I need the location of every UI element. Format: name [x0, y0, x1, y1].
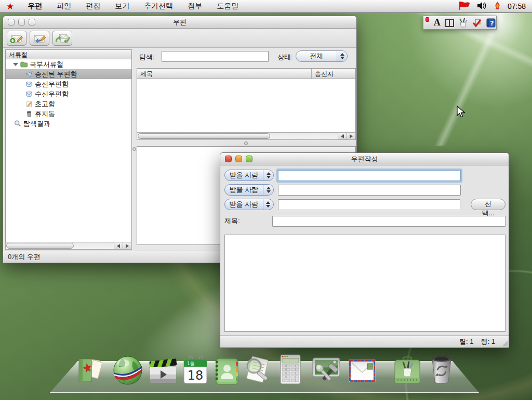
- pen-cup-icon[interactable]: [458, 18, 468, 28]
- sidebar-horizontal-scrollbar[interactable]: [5, 242, 132, 250]
- menu-bar: ★ 우편 파일 편집 보기 추가선택 첨부 도움말 07:58: [0, 0, 532, 13]
- scrollbar-thumb[interactable]: [6, 243, 74, 249]
- subject-input[interactable]: [272, 216, 506, 227]
- recipient-input-3[interactable]: [278, 199, 460, 210]
- compose-mail-icon: [9, 33, 24, 44]
- help-book-icon[interactable]: ?: [486, 18, 496, 28]
- sidebar-splitter-handle[interactable]: [132, 147, 136, 151]
- minimize-button[interactable]: [235, 156, 242, 162]
- recipient-type-dropdown-2[interactable]: 받을 사람: [224, 184, 274, 196]
- compose-titlebar[interactable]: 우편작성: [220, 153, 509, 165]
- tree-item-local-folders[interactable]: 국부서류철: [6, 59, 131, 69]
- menu-help[interactable]: 도움말: [209, 2, 246, 11]
- volume-icon[interactable]: [477, 2, 487, 11]
- dock-item-file-manager[interactable]: [74, 355, 108, 400]
- list-horizontal-scrollbar[interactable]: [137, 132, 356, 140]
- calendar-icon: 1월 18: [180, 356, 211, 387]
- columns-view-icon[interactable]: [445, 18, 454, 28]
- dock-item-mail[interactable]: [345, 355, 379, 400]
- tree-item-label: 탐색결과: [23, 119, 50, 128]
- mail-titlebar[interactable]: 우편: [3, 16, 356, 29]
- minimize-button[interactable]: [18, 19, 25, 25]
- tree-item-label: 휴지통: [35, 109, 55, 119]
- web-browser-icon: [112, 355, 143, 386]
- calculator-icon: [275, 354, 306, 385]
- column-indicator: 렬: 1: [459, 337, 473, 346]
- column-subject[interactable]: 제목: [137, 69, 312, 79]
- tree-item-search-results[interactable]: 탐색결과: [6, 119, 131, 128]
- dock-item-calendar[interactable]: 1월 18 1월 18: [179, 356, 212, 400]
- select-recipient-button[interactable]: 선택...: [471, 199, 506, 210]
- dock-item-system-tools[interactable]: [310, 355, 343, 400]
- dropdown-arrows-icon: [263, 170, 273, 180]
- trash-icon: [426, 354, 457, 385]
- red-star-icon[interactable]: ★: [6, 2, 14, 11]
- search-input[interactable]: [162, 51, 269, 62]
- drafts-icon: [25, 100, 33, 108]
- notification-flame-icon[interactable]: [494, 1, 501, 11]
- tree-item-outbox[interactable]: 송신우편함: [6, 79, 131, 89]
- zoom-button[interactable]: [29, 19, 35, 25]
- annotate-check-icon[interactable]: [472, 18, 482, 28]
- scroll-left-button[interactable]: [338, 133, 347, 139]
- mail-icon: [347, 355, 378, 386]
- status-filter-value: 전체: [296, 51, 337, 61]
- address-book-icon: [211, 385, 242, 400]
- mail-icon: [347, 384, 378, 400]
- tree-item-label: 송신된 우편함: [35, 70, 77, 79]
- tree-item-label: 초고함: [35, 99, 55, 109]
- recipient-type-dropdown-3[interactable]: 받을 사람: [224, 199, 274, 210]
- document-search-icon: [242, 355, 273, 386]
- menu-edit[interactable]: 편집: [78, 2, 108, 11]
- flag-icon[interactable]: [458, 1, 471, 12]
- toolbar-close-icon[interactable]: [425, 17, 429, 22]
- close-button[interactable]: [225, 156, 232, 162]
- reply-mail-button[interactable]: [30, 31, 49, 46]
- outbox-icon: [25, 81, 33, 88]
- format-toolbar: A ?: [423, 16, 497, 30]
- dock-item-utilities[interactable]: [391, 355, 424, 400]
- scroll-right-button[interactable]: [123, 242, 131, 249]
- dock-item-media-player[interactable]: [147, 356, 180, 400]
- send-receive-button[interactable]: [52, 31, 72, 46]
- pane-splitter-handle[interactable]: [244, 141, 248, 145]
- column-sender[interactable]: 송신자: [312, 69, 355, 79]
- dock-item-web-browser[interactable]: [111, 355, 144, 400]
- recipient-input-2[interactable]: [278, 185, 461, 196]
- menu-options[interactable]: 추가선택: [137, 2, 180, 11]
- folder-icon: [20, 61, 28, 68]
- message-body-input[interactable]: [224, 235, 506, 332]
- tree-item-trash[interactable]: 휴지통: [6, 109, 131, 119]
- dock-item-trash[interactable]: [425, 354, 458, 400]
- status-filter-dropdown[interactable]: 전체: [296, 50, 348, 62]
- dock-item-document-search[interactable]: [241, 355, 274, 400]
- menu-file[interactable]: 파일: [49, 2, 78, 11]
- send-receive-icon: [55, 33, 70, 44]
- line-indicator: 행: 1: [481, 337, 495, 346]
- utilities-icon: [392, 355, 423, 386]
- zoom-button[interactable]: [246, 156, 252, 162]
- dock-item-calculator[interactable]: [274, 354, 307, 400]
- scroll-left-button[interactable]: [114, 242, 123, 249]
- recipient-input-1[interactable]: [278, 170, 461, 181]
- scroll-right-button[interactable]: [347, 133, 355, 139]
- menu-view[interactable]: 보기: [108, 2, 137, 11]
- resize-grip[interactable]: [502, 341, 508, 346]
- disclosure-triangle-icon[interactable]: [13, 63, 18, 66]
- message-list[interactable]: 제목 송신자: [137, 68, 356, 140]
- recipient-type-value: 받을 사람: [225, 170, 263, 180]
- tree-item-drafts[interactable]: 초고함: [6, 99, 131, 109]
- sidebar-header[interactable]: 서류철: [6, 50, 131, 59]
- sent-mail-icon: [25, 71, 33, 78]
- font-icon[interactable]: A: [433, 18, 441, 28]
- clock[interactable]: 07:58: [508, 2, 526, 10]
- compose-mail-button[interactable]: [7, 31, 26, 46]
- menu-app[interactable]: 우편: [20, 2, 49, 11]
- tree-item-inbox[interactable]: 수신우편함: [6, 89, 131, 99]
- scrollbar-thumb[interactable]: [138, 133, 270, 139]
- close-button[interactable]: [8, 19, 15, 25]
- menu-attach[interactable]: 첨부: [180, 2, 209, 11]
- recipient-type-dropdown-1[interactable]: 받을 사람: [224, 170, 274, 181]
- dock-item-address-book[interactable]: [210, 356, 243, 400]
- tree-item-sent-mailbox[interactable]: 송신된 우편함: [6, 69, 131, 79]
